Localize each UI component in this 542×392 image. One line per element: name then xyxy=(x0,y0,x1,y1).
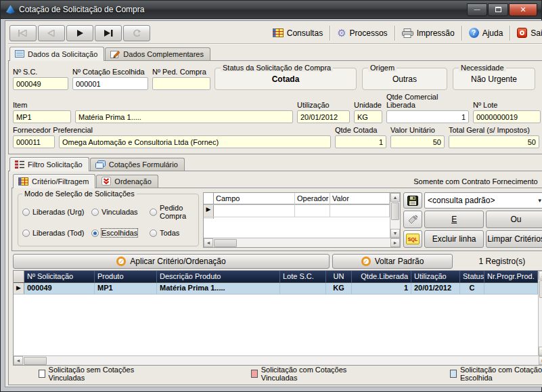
ped-compra-field[interactable] xyxy=(152,77,210,90)
radio-icon xyxy=(22,209,30,216)
col-valor[interactable]: Valor xyxy=(330,193,390,204)
close-button[interactable]: ✕ xyxy=(509,3,537,16)
maximize-button[interactable] xyxy=(488,3,508,16)
scroll-up-icon[interactable]: ▲ xyxy=(390,193,400,202)
fornecedor-name-field[interactable]: Omega Automação e Consultoria Ltda (Forn… xyxy=(59,135,331,148)
criteria-table-icon xyxy=(18,177,28,186)
scroll-thumb[interactable] xyxy=(391,202,399,220)
save-query-button[interactable] xyxy=(403,192,422,209)
scroll-right-icon[interactable]: ► xyxy=(390,238,400,247)
col-n-solicitacao[interactable]: Nº Solicitação xyxy=(24,271,95,282)
ajuda-button[interactable]: ? Ajuda xyxy=(462,25,510,41)
total-geral-field[interactable]: 50 xyxy=(449,135,539,148)
impressao-button[interactable]: Impressão xyxy=(395,25,461,41)
minimize-button[interactable]: — xyxy=(467,3,487,16)
radio-escolhidas[interactable]: Escolhidas xyxy=(91,229,150,237)
item-code-field[interactable]: MP1 xyxy=(13,110,71,123)
scroll-thumb[interactable] xyxy=(214,239,237,247)
consultas-button[interactable]: Consultas xyxy=(266,25,330,41)
radio-liberadas-tod[interactable]: Liberadas (Tod) xyxy=(22,229,91,237)
origem-value: Outras xyxy=(392,74,417,84)
radio-todas[interactable]: Todas xyxy=(150,229,196,237)
reset-default-button[interactable]: ✓ Voltar Padrão xyxy=(332,254,453,269)
apply-criteria-button[interactable]: ✓ Aplicar Critério/Ordenação xyxy=(13,254,330,269)
legend-swatch-blue xyxy=(450,370,457,378)
selection-mode-title: Modo de Seleção de Solicitações xyxy=(22,190,137,198)
qtde-cotada-field[interactable]: 1 xyxy=(335,135,386,148)
col-un[interactable]: UN xyxy=(326,271,352,282)
scroll-right-icon[interactable]: ► xyxy=(539,356,542,365)
processos-button[interactable]: ⚙ Processos xyxy=(330,25,394,41)
scroll-down-icon[interactable]: ▼ xyxy=(539,347,542,355)
utilizacao-label: Utilização xyxy=(297,101,350,109)
radio-liberadas-urg[interactable]: Liberadas (Urg) xyxy=(22,204,91,220)
nsc-field[interactable]: 000049 xyxy=(13,77,68,90)
criteria-hscrollbar[interactable]: ◄ ► xyxy=(204,238,400,247)
query-preset-dropdown[interactable]: <consulta padrão> ▼ xyxy=(424,192,542,209)
scroll-thumb[interactable] xyxy=(24,357,47,365)
clear-criteria-button[interactable]: Limpar Critérios xyxy=(486,230,542,248)
col-produto[interactable]: Produto xyxy=(95,271,157,282)
results-hscrollbar[interactable]: ◄ ► xyxy=(14,355,542,365)
tab-filtro-solicitacao[interactable]: Filtro Solicitação xyxy=(9,157,89,171)
clear-filter-button[interactable] xyxy=(403,211,422,228)
nav-prev-button[interactable] xyxy=(38,25,65,41)
tab-label: Critério/Filtragem xyxy=(32,177,89,186)
scroll-thumb[interactable] xyxy=(539,280,542,298)
prev-record-icon xyxy=(47,30,55,37)
unidade-field[interactable]: KG xyxy=(354,110,382,123)
delete-row-button[interactable]: Excluir linha xyxy=(424,230,484,248)
criteria-grid: Campo Operador Valor ▶ xyxy=(203,192,401,248)
tab-criterio-filtragem[interactable]: Critério/Filtragem xyxy=(13,174,95,188)
results-vscrollbar[interactable]: ▲ ▼ xyxy=(538,271,542,355)
qtde-comercial-field[interactable]: 1 xyxy=(386,110,469,123)
col-status[interactable]: Status xyxy=(460,271,484,282)
valor-unitario-label: Valor Unitário xyxy=(390,126,445,134)
nav-last-button[interactable] xyxy=(95,25,122,41)
col-operador[interactable]: Operador xyxy=(295,193,330,204)
results-grid-header: Nº Solicitação Produto Descrição Produto… xyxy=(14,271,538,283)
col-descricao-produto[interactable]: Descrição Produto xyxy=(157,271,280,282)
necessidade-groupbox: Necessidade Não Urgente xyxy=(453,68,535,90)
criteria-vscrollbar[interactable]: ▲ ▼ xyxy=(390,193,400,238)
lote-field[interactable]: 0000000019 xyxy=(473,110,541,123)
gear-icon: ⚙ xyxy=(337,28,346,38)
scroll-down-icon[interactable]: ▼ xyxy=(390,229,400,238)
radio-pedido-compra[interactable]: Pedido Compra xyxy=(150,204,196,220)
nav-refresh-button[interactable] xyxy=(123,25,150,41)
item-desc-field[interactable]: Matéria Prima 1..... xyxy=(75,110,293,123)
radio-vinculadas[interactable]: Vinculadas xyxy=(91,204,150,220)
fornecedor-code-field[interactable]: 000011 xyxy=(13,135,55,148)
table-row[interactable]: ▶ 000049 MP1 Matéria Prima 1..... KG 1 2… xyxy=(14,283,538,295)
sair-button[interactable]: Sair xyxy=(510,25,542,41)
col-utilizacao[interactable]: Utilização xyxy=(411,271,460,282)
col-lote-sc[interactable]: Lote S.C. xyxy=(280,271,326,282)
col-qtde-liberada[interactable]: Qtde.Liberada xyxy=(352,271,411,282)
radio-selected-icon xyxy=(91,230,99,237)
cotacao-escolhida-field[interactable]: 000001 xyxy=(72,77,148,90)
sql-button[interactable]: SQL xyxy=(403,230,422,248)
tab-label: Filtro Solicitação xyxy=(28,160,83,169)
scroll-up-icon[interactable]: ▲ xyxy=(539,271,542,280)
tab-dados-complementares[interactable]: Dados Complementares xyxy=(105,47,210,60)
nav-next-button[interactable] xyxy=(66,25,93,41)
col-campo[interactable]: Campo xyxy=(214,193,295,204)
tab-label: Dados Complementares xyxy=(123,50,204,58)
or-button[interactable]: Ou xyxy=(486,211,542,228)
tab-dados-solicitacao[interactable]: Dados da Solicitação xyxy=(9,47,104,61)
floppy-icon xyxy=(407,196,418,206)
sql-icon: SQL xyxy=(406,234,420,244)
col-nr-progr-prod[interactable]: Nr.Progr.Prod. xyxy=(484,271,538,282)
ajuda-label: Ajuda xyxy=(482,28,503,38)
and-button[interactable]: E xyxy=(424,211,484,228)
criteria-grid-row[interactable]: ▶ xyxy=(204,205,390,217)
valor-unitario-field[interactable]: 50 xyxy=(390,135,445,148)
nav-first-button[interactable] xyxy=(9,25,37,41)
utilizacao-field[interactable]: 20/01/2012 xyxy=(297,110,350,123)
tab-cotacoes-formulario[interactable]: Cotações Formulário xyxy=(90,158,185,171)
window-title: Cotação de Solicitação de Compra xyxy=(19,5,144,14)
scroll-left-icon[interactable]: ◄ xyxy=(14,356,23,365)
radio-icon xyxy=(22,230,30,237)
tab-ordenacao[interactable]: Ordenação xyxy=(96,175,158,188)
scroll-left-icon[interactable]: ◄ xyxy=(204,238,213,247)
